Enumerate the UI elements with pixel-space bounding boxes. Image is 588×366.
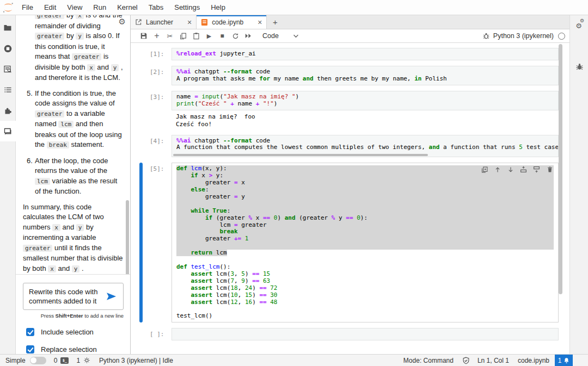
chat-bubble-icon[interactable] xyxy=(0,121,16,141)
send-icon[interactable] xyxy=(106,291,119,301)
cell-collapser[interactable] xyxy=(139,328,143,340)
property-inspector-gears-icon[interactable]: ⚙⚙ xyxy=(570,17,588,35)
copy-icon[interactable] xyxy=(176,29,189,42)
chat-scrollbar[interactable] xyxy=(126,200,129,274)
notebook-cell[interactable]: [ ]: xyxy=(131,328,569,340)
code-token xyxy=(176,291,191,299)
file-browser-folder-icon[interactable] xyxy=(0,17,16,38)
tab-code-ipynb-close-icon[interactable]: × xyxy=(258,18,262,26)
code-token: lcm( xyxy=(212,291,230,299)
run-icon[interactable]: ▶ xyxy=(203,29,216,42)
notebook-cell[interactable]: [5]:def lcm(x, y): if x > y: greater = x… xyxy=(131,163,569,322)
cell-type-dropdown[interactable]: Code xyxy=(262,32,299,40)
code-token: and xyxy=(303,75,314,82)
code-line xyxy=(176,201,554,208)
cut-icon[interactable]: ✂ xyxy=(163,29,176,42)
code-token: "!" xyxy=(263,100,274,107)
cell-collapser[interactable] xyxy=(139,91,143,129)
code-token: for xyxy=(259,75,270,82)
notebook-content: [1]:%reload_ext jupyter_ai[2]:%%ai chatg… xyxy=(131,43,569,353)
run-all-icon[interactable] xyxy=(242,29,255,42)
menu-kernel[interactable]: Kernel xyxy=(112,0,143,15)
cell-editor[interactable]: %%ai chatgpt --format codeA function tha… xyxy=(171,135,559,158)
cell-editor[interactable]: %%ai chatgpt --format codeA program that… xyxy=(171,66,559,85)
debugger-sidebar-bug-icon[interactable] xyxy=(570,57,588,76)
cell-collapser[interactable] xyxy=(139,66,143,85)
debugger-bug-icon[interactable] xyxy=(482,32,490,40)
cursor-position[interactable]: Ln 1, Col 1 xyxy=(477,357,509,364)
cell-editor[interactable]: name = input("Jak masz na imię? ")print(… xyxy=(171,91,559,110)
notifications-badge[interactable]: 1 xyxy=(555,355,573,366)
inline-code: lcm xyxy=(58,121,74,128)
code-token: 0 xyxy=(357,214,360,221)
menu-view[interactable]: View xyxy=(62,0,88,15)
menu-file[interactable]: File xyxy=(16,0,39,15)
code-token: = xyxy=(234,179,238,186)
editor-hscrollbar[interactable] xyxy=(173,154,428,156)
tab-launcher-close-icon[interactable]: × xyxy=(187,18,192,26)
menu-settings[interactable]: Settings xyxy=(169,0,205,15)
output-line: Cześć foo! xyxy=(176,121,554,128)
code-token: x xyxy=(198,172,209,179)
toc-list-icon[interactable] xyxy=(0,79,16,100)
code-token: , xyxy=(234,277,241,284)
menu-tabs[interactable]: Tabs xyxy=(143,0,169,15)
notebook-cell[interactable]: [3]:name = input("Jak masz na imię? ")pr… xyxy=(131,91,569,129)
kernel-name[interactable]: Python 3 (ipykernel) xyxy=(493,32,554,40)
menu-help[interactable]: Help xyxy=(205,0,231,15)
save-icon[interactable] xyxy=(137,29,150,42)
cell-collapser[interactable] xyxy=(139,48,143,60)
new-tab-plus-icon[interactable]: + xyxy=(267,15,283,29)
code-line: assert lcm(12, 16) == 48 xyxy=(176,299,554,306)
notebook-scrollbar[interactable] xyxy=(559,44,562,294)
inline-code: greater xyxy=(35,33,64,40)
code-token: test_lcm xyxy=(191,263,220,270)
cell-editor[interactable] xyxy=(171,328,559,340)
code-token: name xyxy=(176,93,194,100)
running-kernels-icon[interactable] xyxy=(0,38,16,59)
move-up-icon[interactable] xyxy=(493,165,501,173)
code-token: (greater xyxy=(296,214,332,221)
replace-selection-checkbox[interactable] xyxy=(26,345,34,353)
terminals-count[interactable]: 0 xyxy=(54,357,58,364)
chat-input-value[interactable]: Rewrite this code with comments added to… xyxy=(29,287,106,306)
cell-editor[interactable]: %reload_ext jupyter_ai xyxy=(171,48,559,60)
tab-launcher[interactable]: Launcher × xyxy=(131,15,197,29)
notebook-cell[interactable]: [2]:%%ai chatgpt --format codeA program … xyxy=(131,66,569,85)
command-mode-indicator[interactable]: Mode: Command xyxy=(403,357,454,364)
paste-icon[interactable] xyxy=(189,29,203,42)
cell-editor[interactable]: def lcm(x, y): if x > y: greater = x els… xyxy=(171,163,559,322)
menu-edit[interactable]: Edit xyxy=(39,0,62,15)
code-token: while xyxy=(191,207,209,214)
kernel-status-text[interactable]: Python 3 (ipykernel) | Idle xyxy=(99,357,173,364)
stop-icon[interactable]: ■ xyxy=(216,29,229,42)
add-cell-icon[interactable]: + xyxy=(150,29,163,42)
cell-collapser[interactable] xyxy=(139,135,143,158)
chat-settings-gear-icon[interactable]: ⚙ xyxy=(119,17,126,27)
insert-below-icon[interactable] xyxy=(532,165,541,173)
tab-code-ipynb[interactable]: code.ipynb × xyxy=(197,15,267,29)
delete-cell-icon[interactable] xyxy=(546,165,554,173)
code-token: : xyxy=(205,186,209,193)
code-token: (): xyxy=(219,263,230,270)
move-down-icon[interactable] xyxy=(506,165,514,173)
kernels-count[interactable]: 1 xyxy=(76,357,80,364)
restart-kernel-icon[interactable] xyxy=(229,29,242,42)
code-token xyxy=(176,214,205,221)
code-token: "Jak masz na imię? " xyxy=(223,93,295,100)
active-cell-collapser[interactable] xyxy=(139,163,143,322)
code-token: y: xyxy=(212,172,223,179)
simple-mode-toggle[interactable] xyxy=(30,357,46,364)
code-token: chatgpt xyxy=(191,137,224,144)
menu-run[interactable]: Run xyxy=(88,0,112,15)
inline-code: greater xyxy=(35,110,64,117)
notebook-inspect-icon[interactable] xyxy=(0,59,16,79)
insert-above-icon[interactable] xyxy=(519,165,528,173)
notebook-cell[interactable]: [4]:%%ai chatgpt --format codeA function… xyxy=(131,135,569,158)
status-right: Mode: Command Ln 1, Col 1 code.ipynb 1 xyxy=(403,355,588,366)
notebook-cell[interactable]: [1]:%reload_ext jupyter_ai xyxy=(131,48,569,60)
include-selection-checkbox[interactable] xyxy=(26,328,34,336)
extensions-puzzle-icon[interactable] xyxy=(0,100,16,121)
duplicate-cell-icon[interactable] xyxy=(480,165,488,173)
chat-input[interactable]: Rewrite this code with comments added to… xyxy=(23,283,124,310)
